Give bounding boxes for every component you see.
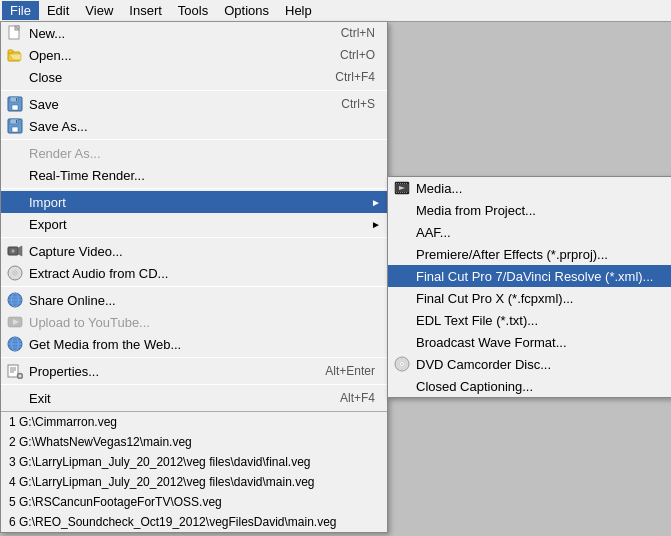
youtube-icon [5,313,25,331]
web-icon [5,335,25,353]
svg-rect-46 [406,183,407,184]
menu-renderas[interactable]: Render As... [1,142,387,164]
svg-rect-52 [406,192,407,193]
recent-files-section: 1 G:\Cimmarron.veg 2 G:\WhatsNewVegas12\… [1,411,387,532]
menu-realtime[interactable]: Real-Time Render... [1,164,387,186]
submenu-dvd[interactable]: DVD Camcorder Disc... [388,353,671,375]
menu-capturevideo[interactable]: Capture Video... [1,240,387,262]
svg-point-14 [12,250,14,252]
import-arrow: ► [371,197,381,208]
svg-rect-6 [12,105,18,110]
menu-export[interactable]: Export ► [1,213,387,235]
submenu-finalcut[interactable]: Final Cut Pro 7/DaVinci Resolve (*.xml).… [388,265,671,287]
svg-rect-7 [16,98,17,101]
menubar-file[interactable]: File [2,1,39,20]
menubar-insert[interactable]: Insert [121,1,170,20]
svg-point-18 [14,272,16,274]
open-icon [5,46,25,64]
menu-import[interactable]: Import ► [1,191,387,213]
recent-file-4[interactable]: 4 G:\LarryLipman_July_20_2012\veg files\… [1,472,387,492]
svg-rect-11 [16,120,17,123]
menubar: File Edit View Insert Tools Options Help [0,0,671,22]
recent-file-2[interactable]: 2 G:\WhatsNewVegas12\main.veg [1,432,387,452]
svg-rect-44 [402,183,403,184]
recent-file-6[interactable]: 6 G:\REO_Soundcheck_Oct19_2012\vegFilesD… [1,512,387,532]
submenu-mediafromproject[interactable]: Media from Project... [388,199,671,221]
sep3 [1,188,387,189]
menu-close[interactable]: Close Ctrl+F4 [1,66,387,88]
sep5 [1,286,387,287]
menu-new[interactable]: New... Ctrl+N [1,22,387,44]
svg-rect-10 [12,127,18,132]
svg-rect-47 [396,192,397,193]
menu-open[interactable]: Open... Ctrl+O [1,44,387,66]
svg-rect-42 [398,183,399,184]
menu-saveas[interactable]: Save As... [1,115,387,137]
svg-rect-51 [404,192,405,193]
svg-rect-49 [400,192,401,193]
submenu-closedcaption[interactable]: Closed Captioning... [388,375,671,397]
recent-file-1[interactable]: 1 G:\Cimmarron.veg [1,412,387,432]
sep6 [1,357,387,358]
save-icon [5,95,25,113]
media-icon [392,179,412,197]
sep4 [1,237,387,238]
submenu-broadcast[interactable]: Broadcast Wave Format... [388,331,671,353]
export-arrow: ► [371,219,381,230]
svg-rect-45 [404,183,405,184]
menubar-view[interactable]: View [77,1,121,20]
menu-save[interactable]: Save Ctrl+S [1,93,387,115]
svg-rect-48 [398,192,399,193]
svg-rect-3 [8,50,13,53]
new-icon [5,24,25,42]
menu-getmedia[interactable]: Get Media from the Web... [1,333,387,355]
submenu-media[interactable]: Media... [388,177,671,199]
menu-exit[interactable]: Exit Alt+F4 [1,387,387,409]
recent-file-5[interactable]: 5 G:\RSCancunFootageForTV\OSS.veg [1,492,387,512]
sep2 [1,139,387,140]
menubar-options[interactable]: Options [216,1,277,20]
menu-shareonline[interactable]: Share Online... [1,289,387,311]
svg-rect-41 [396,183,397,184]
svg-marker-15 [18,246,22,256]
menu-properties[interactable]: Properties... Alt+Enter [1,360,387,382]
cd-icon [5,264,25,282]
saveas-icon [5,117,25,135]
svg-point-56 [401,363,403,365]
menubar-help[interactable]: Help [277,1,320,20]
menubar-edit[interactable]: Edit [39,1,77,20]
submenu-premiere[interactable]: Premiere/After Effects (*.prproj)... [388,243,671,265]
globe-icon [5,291,25,309]
sep7 [1,384,387,385]
svg-rect-43 [400,183,401,184]
svg-rect-31 [8,365,18,377]
menu-uploadyoutube[interactable]: Upload to YouTube... [1,311,387,333]
import-submenu: Media... Media from Project... AAF... Pr… [387,176,671,398]
submenu-aaf[interactable]: AAF... [388,221,671,243]
svg-rect-50 [402,192,403,193]
properties-icon [5,362,25,380]
file-menu: New... Ctrl+N Open... Ctrl+O Close Ctrl+… [0,22,388,533]
recent-file-3[interactable]: 3 G:\LarryLipman_July_20_2012\veg files\… [1,452,387,472]
menu-extractaudio[interactable]: Extract Audio from CD... [1,262,387,284]
sep1 [1,90,387,91]
menubar-tools[interactable]: Tools [170,1,216,20]
submenu-finalcutx[interactable]: Final Cut Pro X (*.fcpxml)... [388,287,671,309]
submenu-edl[interactable]: EDL Text File (*.txt)... [388,309,671,331]
camera-icon [5,242,25,260]
dvd-icon [392,355,412,373]
